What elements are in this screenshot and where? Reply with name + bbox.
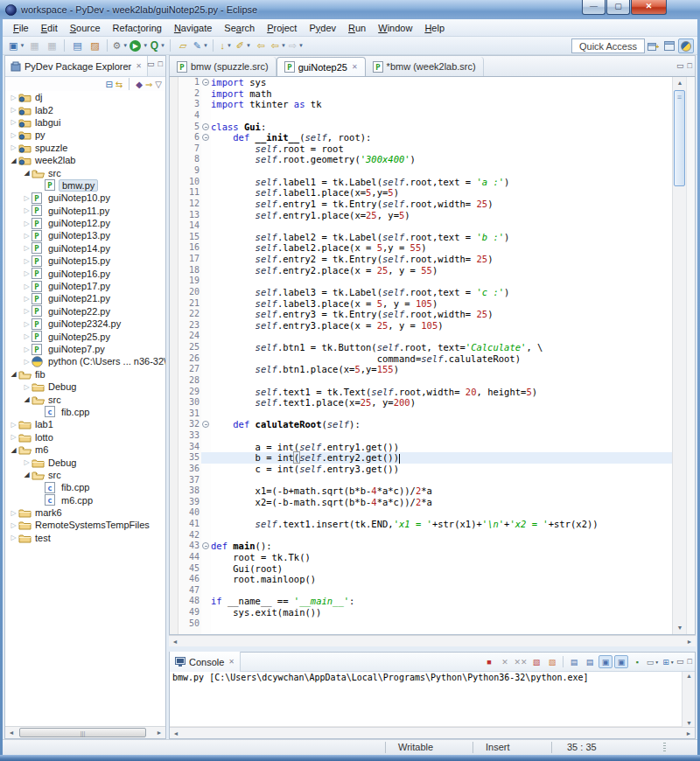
close-icon[interactable]: ✕ bbox=[136, 62, 142, 70]
code-area[interactable]: import sysimport mathimport tkinter as t… bbox=[211, 77, 672, 634]
tree-item-guinotep22-py[interactable]: ▷PguiNotep22.py bbox=[5, 305, 165, 318]
expand-arrow-icon[interactable]: ▷ bbox=[22, 269, 32, 277]
minimize-editor-icon[interactable]: ▭ bbox=[676, 61, 684, 70]
forward-button[interactable]: ⇨▼ bbox=[288, 38, 304, 53]
code-line-10[interactable]: self.label1 = tk.Label(self.root,text = … bbox=[211, 177, 672, 188]
tree-item-py[interactable]: ▷py bbox=[5, 129, 165, 141]
code-line-25[interactable]: self.btn1 = tk.Button(self.root, text='C… bbox=[211, 342, 672, 353]
save-button[interactable]: ▦ bbox=[26, 38, 42, 53]
project-tree[interactable]: ▷dj▷lab2▷labgui▷py▷spuzzle◢week2lab◢srcP… bbox=[5, 91, 165, 726]
code-line-21[interactable]: self.label3.place(x = 5, y = 105) bbox=[211, 298, 672, 310]
tree-item-guinotep7-py[interactable]: ▷PguiNotep7.py bbox=[5, 343, 165, 355]
code-line-28[interactable] bbox=[211, 375, 672, 387]
tree-item-guinotep14-py[interactable]: ▷PguiNotep14.py bbox=[5, 242, 165, 255]
minimize-view-icon[interactable]: ▭ bbox=[147, 59, 155, 68]
code-line-26[interactable]: command=self.calulateRoot) bbox=[211, 353, 672, 365]
expand-arrow-icon[interactable]: ◢ bbox=[9, 370, 18, 378]
collapse-all-icon[interactable]: ⊟ bbox=[105, 80, 112, 89]
code-line-43[interactable]: def main(): bbox=[211, 541, 672, 552]
code-line-42[interactable] bbox=[211, 530, 672, 541]
tree-item-fib-cpp[interactable]: cfib.cpp bbox=[5, 481, 165, 493]
code-line-47[interactable] bbox=[211, 585, 672, 597]
back-history-button[interactable]: ⇦ bbox=[253, 38, 269, 53]
folding-ruler[interactable] bbox=[201, 77, 211, 634]
expand-arrow-icon[interactable]: ◢ bbox=[22, 395, 32, 403]
scroll-left-icon[interactable]: ◄ bbox=[169, 639, 181, 645]
fold-marker-icon[interactable] bbox=[201, 77, 211, 88]
console-vscrollbar[interactable]: ▲ ▼ bbox=[682, 672, 695, 727]
tree-item-guinotep16-py[interactable]: ▷PguiNotep16.py bbox=[5, 267, 165, 279]
code-line-11[interactable]: self.label1.place(x=5,y=5) bbox=[211, 187, 672, 199]
code-line-27[interactable]: self.btn1.place(x=5,y=155) bbox=[211, 364, 672, 375]
tree-item-m6[interactable]: ◢m6 bbox=[5, 443, 165, 456]
tree-item-guinotep2324-py[interactable]: ▷PguiNotep2324.py bbox=[5, 318, 165, 330]
code-line-32[interactable]: def calulateRoot(self): bbox=[211, 419, 672, 430]
expand-arrow-icon[interactable]: ▷ bbox=[9, 534, 18, 541]
expand-arrow-icon[interactable]: ▷ bbox=[9, 433, 18, 441]
code-line-49[interactable]: sys.exit(main()) bbox=[211, 607, 672, 618]
tree-item-guinotep25-py[interactable]: ▷PguiNotep25.py bbox=[5, 330, 165, 342]
tree-item-guinotep10-py[interactable]: ▷PguiNotep10.py bbox=[5, 192, 165, 204]
tree-item-guinotep15-py[interactable]: ▷PguiNotep15.py bbox=[5, 255, 165, 267]
close-icon[interactable]: ✕ bbox=[228, 658, 234, 666]
package-explorer-tab[interactable]: PyDev Package Explorer ✕ bbox=[5, 56, 148, 76]
pydev-perspective-button[interactable] bbox=[678, 38, 694, 53]
menu-item-navigate[interactable]: Navigate bbox=[168, 21, 218, 35]
code-line-24[interactable] bbox=[211, 331, 672, 342]
tree-item-src[interactable]: ◢src bbox=[5, 393, 165, 405]
code-line-33[interactable] bbox=[211, 430, 672, 442]
expand-arrow-icon[interactable]: ▷ bbox=[22, 458, 32, 466]
close-button[interactable]: ✕ bbox=[631, 0, 667, 15]
quick-access-input[interactable]: Quick Access bbox=[571, 38, 645, 53]
tree-item-guinotep11-py[interactable]: ▷PguiNotep11.py bbox=[5, 205, 165, 217]
code-line-1[interactable]: import sys bbox=[211, 77, 672, 88]
scroll-lock-icon[interactable]: ▤ bbox=[567, 655, 581, 668]
expand-arrow-icon[interactable]: ▷ bbox=[22, 283, 32, 290]
code-line-20[interactable]: self.label3 = tk.Label(self.root,text = … bbox=[211, 287, 672, 298]
tree-item-guinotep12-py[interactable]: ▷PguiNotep12.py bbox=[5, 217, 165, 229]
code-line-38[interactable]: x1=(-b+math.sqrt(b*b-4*a*c))/2*a bbox=[211, 485, 672, 497]
expand-arrow-icon[interactable]: ▷ bbox=[9, 131, 18, 139]
menu-item-window[interactable]: Window bbox=[372, 21, 418, 35]
code-line-19[interactable] bbox=[211, 276, 672, 287]
editor-tab-bmw-spuzzle-src-[interactable]: Pbmw (spuzzle.src) bbox=[170, 57, 276, 76]
code-line-36[interactable]: c = int(self.entry3.get()) bbox=[211, 464, 672, 475]
run-button[interactable]: ▶▼ bbox=[130, 38, 148, 53]
scroll-thumb[interactable] bbox=[19, 728, 146, 737]
expand-arrow-icon[interactable]: ▷ bbox=[22, 383, 32, 391]
code-line-29[interactable]: self.text1 = tk.Text(self.root,width= 20… bbox=[211, 387, 672, 398]
expand-arrow-icon[interactable]: ▷ bbox=[22, 332, 32, 340]
code-line-50[interactable] bbox=[211, 618, 672, 630]
code-line-15[interactable]: self.label2 = tk.Label(self.root,text = … bbox=[211, 232, 672, 243]
code-line-39[interactable]: x2=(-b-math.sqrt(b*b-4*a*c))/2*a bbox=[211, 497, 672, 508]
display-selected-console-icon[interactable]: ▭▼ bbox=[646, 655, 660, 668]
tree-item-m6-cpp[interactable]: cm6.cpp bbox=[5, 494, 165, 506]
tree-item-labgui[interactable]: ▷labgui bbox=[5, 116, 165, 129]
tree-item-lotto[interactable]: ▷lotto bbox=[5, 431, 165, 443]
expand-arrow-icon[interactable]: ▷ bbox=[9, 143, 18, 151]
remove-terminated-icon[interactable]: ▧ bbox=[545, 655, 559, 668]
activate-on-stderr-icon[interactable]: ▣ bbox=[614, 655, 628, 668]
code-line-14[interactable] bbox=[211, 220, 672, 232]
expand-arrow-icon[interactable]: ▷ bbox=[22, 194, 32, 202]
menu-item-help[interactable]: Help bbox=[418, 21, 451, 35]
new-wizard-button[interactable]: ▣▼ bbox=[9, 38, 24, 53]
expand-arrow-icon[interactable]: ▷ bbox=[22, 244, 32, 252]
expand-arrow-icon[interactable]: ▷ bbox=[22, 257, 32, 265]
code-line-12[interactable]: self.entry1 = tk.Entry(self.root,width= … bbox=[211, 199, 672, 210]
menu-item-refactoring[interactable]: Refactoring bbox=[107, 21, 168, 35]
tree-item-week2lab[interactable]: ◢week2lab bbox=[5, 154, 165, 166]
expand-arrow-icon[interactable]: ▷ bbox=[22, 232, 32, 240]
tree-item-mark6[interactable]: ▷mark6 bbox=[5, 506, 165, 519]
open-perspective-button[interactable]: + bbox=[645, 38, 661, 53]
code-line-48[interactable]: if __name__ == '__main__': bbox=[211, 596, 672, 607]
expand-arrow-icon[interactable]: ▷ bbox=[9, 521, 18, 529]
view-menu-icon[interactable]: ▽ bbox=[155, 80, 162, 89]
tree-item-lab1[interactable]: ▷lab1 bbox=[5, 418, 165, 430]
next-annotation-button[interactable]: ↓▼ bbox=[218, 38, 234, 53]
code-line-23[interactable]: self.entry3.place(x = 25, y = 105) bbox=[211, 320, 672, 332]
new-pydev-module-button[interactable]: ▤ bbox=[69, 38, 85, 53]
expand-arrow-icon[interactable]: ◢ bbox=[9, 446, 18, 454]
search-button[interactable]: ✎▼ bbox=[192, 38, 208, 53]
tree-item-remotesystemstempfiles[interactable]: ▷RemoteSystemsTempFiles bbox=[5, 519, 165, 531]
